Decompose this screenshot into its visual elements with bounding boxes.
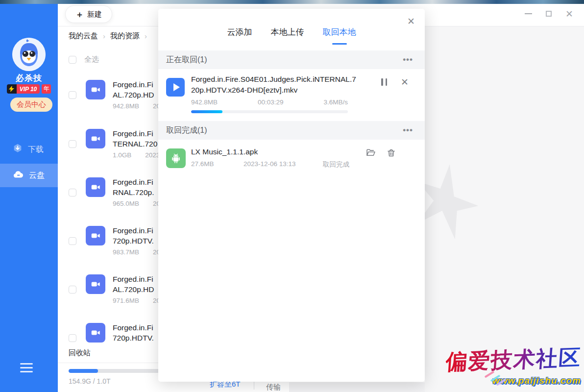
- transfer-panel-edge: [289, 382, 425, 392]
- cloud-icon: [12, 169, 24, 182]
- video-file-icon: [86, 226, 105, 245]
- tab-local-upload[interactable]: 本地上传: [271, 26, 304, 45]
- breadcrumb-item-my-cloud[interactable]: 我的云盘: [69, 31, 98, 41]
- retrieve-progress-bar: [191, 110, 348, 113]
- completed-file-name: LX Music_1.1.1.apk: [191, 147, 258, 156]
- transfer-tab[interactable]: 传输: [266, 383, 281, 392]
- transfer-dialog: ✕ 云添加 本地上传 取回本地 正在取回(1) ••• Forged.in.Fi…: [158, 9, 425, 382]
- retrieving-time-left: 00:03:29: [258, 98, 284, 106]
- member-center-button[interactable]: 会员中心: [10, 98, 52, 112]
- sidebar-item-download[interactable]: 下载: [0, 138, 58, 161]
- file-checkbox[interactable]: [69, 237, 76, 245]
- user-name: 必杀技: [0, 73, 58, 84]
- sidebar-item-cloud-disk[interactable]: 云盘: [0, 164, 58, 187]
- select-all-row: 全选: [69, 55, 99, 64]
- plus-icon: ＋: [75, 9, 84, 20]
- sidebar-item-label: 云盘: [29, 171, 45, 181]
- maximize-button[interactable]: [544, 9, 554, 19]
- more-icon[interactable]: •••: [403, 57, 413, 62]
- file-checkbox[interactable]: [69, 334, 76, 342]
- retrieving-section-title: 正在取回(1): [166, 55, 207, 65]
- breadcrumb-item-my-resources[interactable]: 我的资源: [110, 31, 140, 41]
- delete-icon[interactable]: [386, 147, 397, 158]
- retrieving-item[interactable]: Forged.in.Fire.S04E01.Judges.Pick.iNTERN…: [158, 69, 425, 121]
- tab-cloud-add[interactable]: 云添加: [227, 26, 252, 45]
- android-apk-icon: [166, 148, 186, 168]
- watermark-title: 偏爱技术社区: [445, 343, 583, 377]
- vip-year-badge: 年: [42, 84, 51, 94]
- new-button[interactable]: ＋ 新建: [65, 5, 112, 23]
- recycle-bin-link[interactable]: 回收站: [69, 348, 91, 358]
- completed-section-title: 取回完成(1): [166, 125, 207, 136]
- sidebar-item-label: 下载: [28, 145, 44, 155]
- video-file-icon: [86, 129, 105, 148]
- retrieving-speed: 3.6MB/s: [323, 98, 348, 106]
- footer-vertical-divider: [254, 381, 254, 390]
- pause-icon[interactable]: [381, 78, 387, 86]
- video-file-icon: [86, 177, 105, 197]
- file-checkbox[interactable]: [69, 140, 76, 148]
- completed-item[interactable]: LX Music_1.1.1.apk 27.6MB 2023-12-06 13:…: [158, 140, 425, 179]
- file-checkbox[interactable]: [69, 189, 76, 196]
- new-button-label: 新建: [87, 10, 102, 19]
- window-controls: ✕: [523, 9, 574, 19]
- play-icon: [166, 78, 185, 97]
- dialog-tabs: 云添加 本地上传 取回本地: [158, 26, 425, 45]
- completed-section-header: 取回完成(1) •••: [158, 121, 425, 140]
- avatar[interactable]: [12, 38, 46, 71]
- more-icon[interactable]: •••: [403, 128, 413, 133]
- storage-bar-fill: [69, 369, 98, 373]
- window-top-banner: [0, 0, 584, 4]
- retrieving-file-name: Forged.in.Fire.S04E01.Judges.Pick.iNTERN…: [191, 74, 360, 96]
- video-file-icon: [86, 274, 105, 294]
- completed-meta: 27.6MB 2023-12-06 13:13 取回完成: [191, 160, 349, 169]
- chevron-right-icon: ›: [103, 32, 105, 40]
- completed-size: 27.6MB: [191, 160, 243, 169]
- completed-status: 取回完成: [323, 160, 349, 169]
- file-checkbox[interactable]: [69, 286, 76, 294]
- open-folder-icon[interactable]: [365, 147, 376, 158]
- file-checkbox[interactable]: [69, 91, 76, 99]
- breadcrumb: 我的云盘 › 我的资源 ›: [69, 31, 147, 41]
- retrieving-size: 942.8MB: [191, 98, 218, 106]
- vip-badge[interactable]: VIP 10 年: [0, 84, 58, 94]
- video-file-icon: [86, 80, 105, 99]
- lightning-icon: [7, 84, 17, 94]
- menu-icon[interactable]: [20, 363, 33, 375]
- sidebar: 必杀技 VIP 10 年 会员中心 下载: [0, 0, 58, 392]
- retrieving-section-header: 正在取回(1) •••: [158, 50, 425, 69]
- app-window: 必杀技 VIP 10 年 会员中心 下载: [0, 0, 584, 392]
- window-close-button[interactable]: ✕: [564, 9, 574, 19]
- tab-retrieve-local[interactable]: 取回本地: [323, 26, 356, 45]
- minimize-button[interactable]: [523, 9, 533, 19]
- vip-level-label: VIP 10: [17, 84, 40, 94]
- site-watermark: 偏爱技术社区 www.paijishu.com: [446, 345, 581, 386]
- storage-usage-text: 154.9G / 1.0T: [69, 377, 111, 385]
- select-all-checkbox[interactable]: [69, 56, 76, 64]
- video-file-icon: [86, 323, 105, 343]
- chevron-right-icon: ›: [145, 32, 147, 40]
- retrieve-progress-fill: [191, 110, 222, 113]
- dialog-close-icon[interactable]: ✕: [407, 17, 415, 26]
- cancel-retrieve-icon[interactable]: ✕: [401, 76, 409, 88]
- download-icon: [12, 143, 23, 156]
- watermark-url: www.paijishu.com: [446, 375, 581, 386]
- retrieving-meta: 942.8MB 00:03:29 3.6MB/s: [191, 98, 348, 106]
- select-all-label: 全选: [84, 55, 99, 64]
- completed-date: 2023-12-06 13:13: [243, 160, 323, 169]
